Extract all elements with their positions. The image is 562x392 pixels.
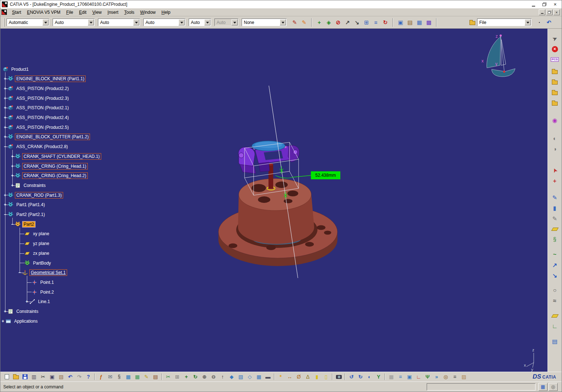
- tree-label[interactable]: Constraints: [15, 308, 40, 315]
- tree-item-engine-block-inner-part1-1[interactable]: +ENGINE_BLOCK_INNER (Part1.1): [0, 74, 86, 84]
- fly-through-icon[interactable]: ↗: [343, 18, 352, 27]
- expand-icon[interactable]: +: [10, 154, 15, 159]
- blue-disc[interactable]: [252, 141, 285, 151]
- rule-icon[interactable]: §: [115, 373, 124, 381]
- layer-icon[interactable]: ≡: [396, 373, 405, 381]
- expand-icon[interactable]: +: [3, 115, 8, 120]
- pan-icon[interactable]: +: [182, 373, 191, 381]
- named-views-combo[interactable]: Auto: [53, 19, 95, 26]
- multi-view-icon[interactable]: ▦: [254, 373, 263, 381]
- tree-item-xy-plane[interactable]: xy plane: [0, 229, 51, 239]
- tree-label[interactable]: CRANK_CRING (Cring_Head.2): [22, 172, 88, 179]
- axis-icon[interactable]: ∟: [414, 373, 423, 381]
- spline-icon[interactable]: ~: [550, 250, 560, 259]
- menu-help[interactable]: Help: [159, 9, 173, 16]
- surface-icon[interactable]: [550, 311, 560, 320]
- tree-label[interactable]: ASS_PISTON (Product2.3): [15, 95, 70, 102]
- size-combo-1[interactable]: Auto: [189, 19, 211, 26]
- painter-icon[interactable]: ✎: [299, 18, 309, 27]
- mold-tool-icon[interactable]: ◐: [550, 134, 560, 143]
- dimension-label[interactable]: 52.438mm: [311, 171, 340, 179]
- tree-item-ass-piston-product2-5[interactable]: +ASS_PISTON (Product2.5): [0, 122, 70, 132]
- cut-icon[interactable]: ✂: [38, 373, 48, 381]
- tree-item-point-1[interactable]: Point.1: [0, 277, 55, 287]
- update-cycle-icon[interactable]: ↺: [347, 373, 356, 381]
- tree-item-constraints[interactable]: +Constraints: [0, 307, 40, 317]
- wave-icon[interactable]: ≈: [550, 296, 560, 306]
- graph-window-icon[interactable]: ▦: [415, 18, 424, 27]
- analysis-icon[interactable]: ◉: [550, 115, 560, 125]
- dropdown-arrow-icon[interactable]: [280, 19, 286, 25]
- tree-label[interactable]: Line.1: [37, 298, 52, 305]
- tree-item-engine-block-outter-part1-2[interactable]: +ENGINE_BLOCK_OUTTER (Part1.2): [0, 132, 90, 142]
- status-doc-button[interactable]: ◎: [549, 383, 558, 391]
- toolbar-grip[interactable]: [3, 18, 4, 27]
- tree-label[interactable]: Part2: [22, 221, 36, 228]
- expand-icon[interactable]: +: [0, 319, 5, 323]
- constraint-mode-combo[interactable]: None: [242, 19, 287, 26]
- tree-item-partbody[interactable]: PartBody: [0, 258, 52, 268]
- intersect-icon[interactable]: ↘: [550, 271, 560, 280]
- render-style-combo[interactable]: Auto: [98, 19, 140, 26]
- new-document-icon[interactable]: [2, 373, 11, 381]
- expand-icon[interactable]: +: [10, 173, 15, 178]
- view-compass[interactable]: z x y: [481, 34, 515, 77]
- manikin-icon[interactable]: Y: [374, 373, 383, 381]
- tree-label[interactable]: ENGINE_BLOCK_OUTTER (Part1.2): [15, 134, 90, 140]
- knowledge-icon[interactable]: ✉: [106, 373, 115, 381]
- expand-icon[interactable]: +: [3, 77, 8, 81]
- menu-insert[interactable]: Insert: [104, 9, 121, 16]
- tree-label[interactable]: yz plane: [32, 240, 51, 247]
- tree-label[interactable]: PartBody: [32, 260, 52, 266]
- grid-icon[interactable]: ⊞: [173, 373, 182, 381]
- measure-item-icon[interactable]: Ø: [294, 373, 303, 381]
- sketcher-icon[interactable]: ✎: [550, 193, 560, 202]
- zoom-out-icon[interactable]: ⊖: [209, 373, 218, 381]
- save-icon[interactable]: [20, 373, 29, 381]
- tree-item-geometrical-set-1[interactable]: −Geometrical Set.1: [0, 268, 67, 278]
- tree-label[interactable]: ASS_PISTON (Product2.4): [15, 114, 70, 121]
- expand-icon[interactable]: +: [3, 309, 8, 314]
- arrows-icon[interactable]: »: [432, 373, 441, 381]
- light-icon[interactable]: *: [276, 373, 285, 381]
- clock-icon[interactable]: ◐: [365, 373, 374, 381]
- tree-label[interactable]: ASS_CRANK (Product2.8): [15, 143, 69, 150]
- tree-item-zx-plane[interactable]: zx plane: [0, 248, 51, 258]
- target-icon[interactable]: ◎: [441, 373, 450, 381]
- swap-space-icon[interactable]: ↘: [352, 18, 362, 27]
- catalog-2-icon[interactable]: [550, 77, 560, 87]
- project-icon[interactable]: ↗: [550, 260, 560, 270]
- catalog-1-icon[interactable]: [550, 67, 560, 76]
- wireframe-view-icon[interactable]: ◇: [245, 373, 254, 381]
- tree-label[interactable]: CRANK_ROD (Part1.3): [15, 192, 63, 199]
- 3d-viewport[interactable]: z x y z x y 52.438mm Product1+ENGINE_BLO…: [0, 29, 547, 372]
- mdi-minimize-button[interactable]: [539, 9, 545, 15]
- catalog-3-icon[interactable]: [550, 88, 560, 97]
- tree-item-crank-rod-part1-3[interactable]: +CRANK_ROD (Part1.3): [0, 190, 63, 200]
- expand-icon[interactable]: +: [3, 203, 8, 207]
- tree-item-ass-crank-product2-8[interactable]: −ASS_CRANK (Product2.8): [0, 142, 69, 152]
- smart-pick-icon[interactable]: +: [550, 176, 560, 186]
- circle-icon[interactable]: ○: [550, 286, 560, 295]
- formula-icon[interactable]: ƒ: [97, 373, 106, 381]
- menu-window[interactable]: Window: [137, 9, 159, 16]
- undo-icon[interactable]: ↶: [66, 373, 75, 381]
- dropdown-arrow-icon[interactable]: [179, 19, 185, 25]
- tree-item-point-2[interactable]: Point.2: [0, 287, 55, 297]
- measure-between-icon[interactable]: ↔: [285, 373, 294, 381]
- list-icon[interactable]: ≡: [450, 373, 459, 381]
- eraser-icon[interactable]: ▨: [459, 373, 468, 381]
- tile-window-icon[interactable]: ▩: [424, 18, 434, 27]
- tree-item-ass-piston-product2-1[interactable]: +ASS_PISTON (Product2.1): [0, 103, 70, 113]
- menu-start[interactable]: Start: [9, 9, 24, 16]
- close-button[interactable]: ×: [550, 1, 560, 8]
- select-arrow-icon[interactable]: ➤: [548, 164, 561, 177]
- knife-icon[interactable]: ✎: [142, 373, 151, 381]
- tree-structure-icon[interactable]: Ψ: [423, 373, 432, 381]
- full-screen-icon[interactable]: ▬: [263, 373, 272, 381]
- tree-item-part1-part1-4[interactable]: +Part1 (Part1.4): [0, 200, 46, 210]
- fly-mode-icon[interactable]: ➤: [548, 32, 561, 45]
- tree-label[interactable]: Point.1: [39, 279, 55, 286]
- refresh-icon[interactable]: ↻: [356, 373, 365, 381]
- expand-icon[interactable]: +: [3, 96, 8, 101]
